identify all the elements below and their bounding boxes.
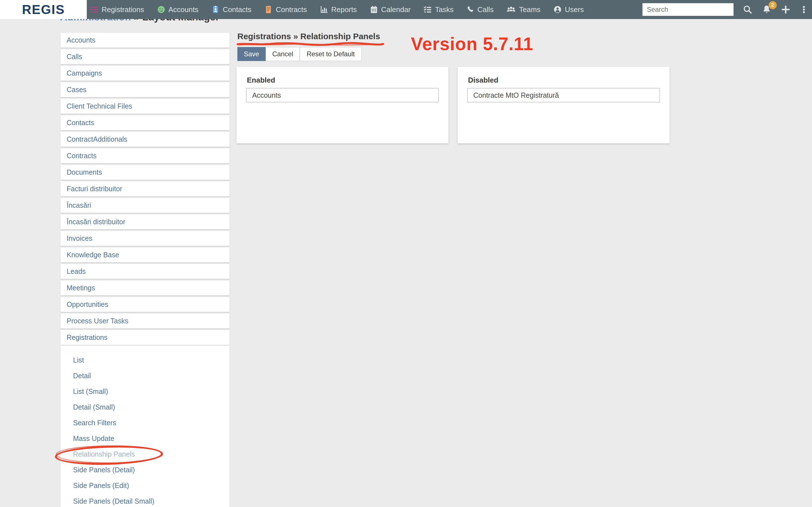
red-underline-annotation: [236, 42, 384, 47]
sidebar-item-meetings[interactable]: Meetings: [60, 281, 230, 295]
version-annotation: Version 5.7.11: [411, 34, 533, 54]
phone-icon: [467, 6, 474, 13]
search-icon[interactable]: [743, 4, 753, 14]
nav-item-contracts[interactable]: Contracts: [264, 5, 307, 14]
app-logo[interactable]: REGIS: [0, 0, 87, 19]
sidebar-item-leads[interactable]: Leads: [60, 264, 230, 279]
nav-item-tasks[interactable]: Tasks: [423, 5, 454, 14]
sidebar-item-opportunities[interactable]: Opportunities: [60, 297, 230, 312]
nav-item-label: Calendar: [381, 5, 411, 14]
bar-chart-icon: [320, 5, 328, 14]
tasks-icon: [423, 5, 432, 14]
search-input[interactable]: [642, 3, 734, 16]
nav-item-label: Reports: [332, 5, 357, 14]
nav-item-label: Contacts: [223, 5, 252, 14]
sidebar-item-documents[interactable]: Documents: [60, 165, 230, 180]
layout-manager-sidebar: Accounts Calls Campaigns Cases Client Te…: [60, 33, 230, 507]
sidebar-item-client-technical-files[interactable]: Client Technical Files: [60, 99, 230, 114]
submenu-item-mass-update[interactable]: Mass Update: [60, 431, 230, 446]
file-invoice-icon: [264, 5, 273, 14]
action-buttons: Save Cancel Reset to Default: [237, 47, 362, 61]
nav-item-registrations[interactable]: Registrations: [90, 5, 144, 14]
notifications-bell-icon[interactable]: 2: [762, 4, 772, 14]
sidebar-item-campaigns[interactable]: Campaigns: [60, 66, 230, 80]
submenu-item-side-panels-detail-small[interactable]: Side Panels (Detail Small): [60, 493, 230, 507]
disabled-panel: Disabled Contracte MtO Registratură: [458, 67, 670, 143]
user-circle-icon: [554, 5, 562, 14]
submenu-item-list[interactable]: List: [60, 352, 230, 368]
disabled-panel-label: Disabled: [468, 76, 670, 84]
registrations-submenu: List Detail List (Small) Detail (Small) …: [60, 345, 230, 507]
nav-item-label: Teams: [519, 5, 540, 14]
nav-item-contacts[interactable]: Contacts: [211, 5, 252, 14]
add-plus-icon[interactable]: [780, 4, 791, 14]
people-icon: [506, 5, 516, 14]
nav-item-label: Accounts: [169, 5, 198, 14]
sidebar-item-registrations[interactable]: Registrations: [60, 330, 230, 345]
sidebar-item-process-user-tasks[interactable]: Process User Tasks: [60, 314, 230, 328]
nav-item-calls[interactable]: Calls: [467, 5, 494, 14]
checklist-icon: [90, 5, 99, 14]
nav-right-cluster: 2: [642, 0, 808, 19]
nav-item-calendar[interactable]: Calendar: [370, 5, 411, 14]
sidebar-item-contracts[interactable]: Contracts: [60, 148, 230, 163]
app-logo-text: REGIS: [22, 2, 65, 17]
sidebar-item-facturi-distribuitor[interactable]: Facturi distribuitor: [60, 181, 230, 196]
submenu-item-list-small[interactable]: List (Small): [60, 384, 230, 399]
nav-item-accounts[interactable]: Accounts: [157, 5, 198, 14]
nav-item-label: Tasks: [435, 5, 454, 14]
submenu-item-detail-small[interactable]: Detail (Small): [60, 399, 230, 415]
kebab-menu-icon[interactable]: [800, 4, 808, 14]
enabled-panel-item[interactable]: Accounts: [246, 88, 439, 103]
top-navbar: REGIS Registrations: [0, 0, 812, 19]
submenu-item-side-panels-edit[interactable]: Side Panels (Edit): [60, 477, 230, 493]
save-button[interactable]: Save: [237, 47, 266, 61]
submenu-item-search-filters[interactable]: Search Filters: [60, 415, 230, 431]
sidebar-item-contacts[interactable]: Contacts: [60, 115, 230, 130]
submenu-item-detail[interactable]: Detail: [60, 368, 230, 384]
enabled-panel: Enabled Accounts: [236, 67, 448, 143]
sidebar-item-accounts[interactable]: Accounts: [60, 33, 230, 48]
nav-item-users[interactable]: Users: [554, 5, 584, 14]
nav-item-reports[interactable]: Reports: [320, 5, 357, 14]
sidebar-item-invoices[interactable]: Invoices: [60, 231, 230, 246]
sidebar-item-incasari-distribuitor[interactable]: Încasări distribuitor: [60, 215, 230, 229]
sidebar-item-incasari[interactable]: Încasări: [60, 198, 230, 213]
notification-badge: 2: [769, 1, 777, 9]
page-title: Registrations » Relationship Panels: [237, 32, 380, 41]
nav-menu: Registrations Accounts: [90, 0, 584, 19]
nav-item-label: Calls: [477, 5, 494, 14]
nav-item-label: Contracts: [276, 5, 307, 14]
enabled-panel-label: Enabled: [247, 76, 448, 84]
smiley-icon: [157, 5, 165, 14]
submenu-item-side-panels-detail[interactable]: Side Panels (Detail): [60, 462, 230, 477]
nav-item-teams[interactable]: Teams: [506, 5, 540, 14]
submenu-item-relationship-panels[interactable]: Relationship Panels: [60, 446, 230, 462]
cancel-button[interactable]: Cancel: [266, 47, 300, 61]
reset-to-default-button[interactable]: Reset to Default: [300, 47, 361, 61]
sidebar-item-cases[interactable]: Cases: [60, 82, 230, 97]
sidebar-item-calls[interactable]: Calls: [60, 49, 230, 64]
nav-item-label: Registrations: [102, 5, 144, 14]
id-badge-icon: [211, 5, 220, 14]
calendar-icon: [370, 5, 378, 14]
sidebar-item-contractadditionals[interactable]: ContractAdditionals: [60, 132, 230, 147]
disabled-panel-item[interactable]: Contracte MtO Registratură: [467, 88, 660, 103]
nav-item-label: Users: [565, 5, 584, 14]
sidebar-item-knowledge-base[interactable]: Knowledge Base: [60, 247, 230, 262]
